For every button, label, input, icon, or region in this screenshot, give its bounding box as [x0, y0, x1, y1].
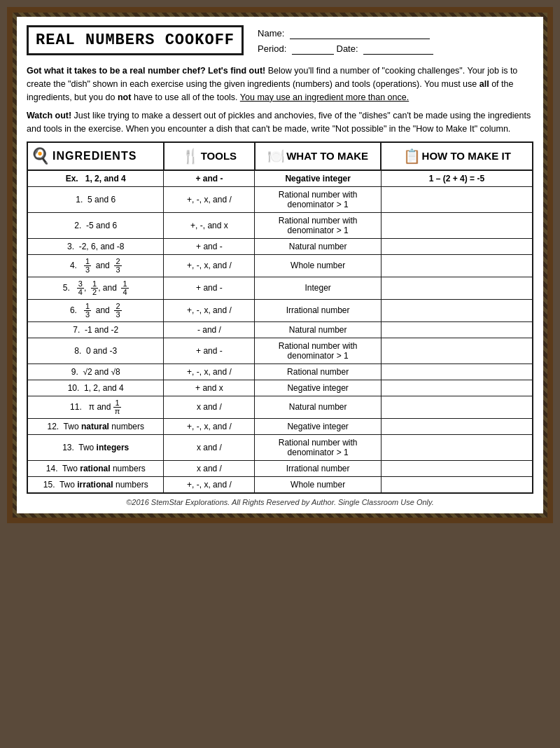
example-ingredients-cell: Ex. 1, 2, and 4 [27, 170, 164, 187]
row13-ingredients: 13. Two integers [27, 434, 164, 460]
watch-bold1: Watch out! [27, 111, 71, 120]
table-row: 14. Two rational numbers x and / Irratio… [27, 460, 533, 476]
row13-what: Rational number with denominator > 1 [255, 434, 382, 460]
footer: ©2016 StemStar Explorations. All Rights … [27, 498, 533, 506]
row6-ingredients: 6. 13 and 23 [27, 299, 164, 321]
row1-ingredients: 1. 5 and 6 [27, 186, 164, 212]
table-row: 6. 13 and 23 +, -, x, and / Irrational n… [27, 299, 533, 321]
example-tools: + and - [195, 174, 223, 183]
ingredients-icon: 🍳 [31, 147, 50, 165]
row1-how [381, 186, 533, 212]
name-line [290, 28, 430, 39]
row10-tools: + and x [164, 380, 255, 396]
name-field-row: Name: [258, 28, 433, 39]
tools-icon: 🍴 [182, 148, 200, 165]
row8-how [381, 338, 533, 363]
page-header: REAL NUMBERS COOKOFF Name: Period: Date: [27, 25, 533, 59]
row10-how [381, 380, 533, 396]
example-num: Ex. [66, 174, 78, 183]
intro-paragraph: Got what it takes to be a real number ch… [27, 64, 533, 104]
row2-ingredients: 2. -5 and 6 [27, 212, 164, 238]
row7-how [381, 321, 533, 338]
header-ingredients: 🍳 INGREDIENTS [27, 142, 164, 170]
fraction-1-4: 14 [121, 280, 128, 296]
what-header-label: WHAT TO MAKE [286, 150, 368, 162]
fraction-1-3b: 13 [84, 303, 91, 319]
row14-what: Irrational number [255, 460, 382, 476]
example-ingredients: 1, 2, and 4 [85, 174, 126, 183]
fraction-2-3b: 23 [114, 303, 121, 319]
intro-underline1: You may use an ingredient more than once… [240, 92, 409, 102]
row5-what: Integer [255, 277, 382, 299]
row3-how [381, 238, 533, 254]
row4-how [381, 254, 533, 277]
table-header-row: 🍳 INGREDIENTS 🍴 TOOLS 🍽️ WHAT T [27, 142, 533, 170]
table-row: 1. 5 and 6 +, -, x, and / Rational numbe… [27, 186, 533, 212]
row3-ingredients: 3. -2, 6, and -8 [27, 238, 164, 254]
table-row: 2. -5 and 6 +, -, and x Rational number … [27, 212, 533, 238]
example-what-cell: Negative integer [255, 170, 382, 187]
row1-what: Rational number with denominator > 1 [255, 186, 382, 212]
example-what: Negative integer [285, 174, 350, 183]
row14-tools: x and / [164, 460, 255, 476]
intro-bold2: all [479, 79, 489, 89]
row15-what: Whole number [255, 476, 382, 493]
fraction-3-4: 34 [77, 280, 84, 296]
table-row: 12. Two natural numbers +, -, x, and / N… [27, 418, 533, 434]
row1-tools: +, -, x, and / [164, 186, 255, 212]
row8-ingredients: 8. 0 and -3 [27, 338, 164, 363]
row5-tools: + and - [164, 277, 255, 299]
row15-how [381, 476, 533, 493]
row15-ingredients: 15. Two irrational numbers [27, 476, 164, 493]
row14-how [381, 460, 533, 476]
row5-how [381, 277, 533, 299]
table-row: 3. -2, 6, and -8 + and - Natural number [27, 238, 533, 254]
row8-tools: + and - [164, 338, 255, 363]
table-row: 10. 1, 2, and 4 + and x Negative integer [27, 380, 533, 396]
row14-ingredients: 14. Two rational numbers [27, 460, 164, 476]
row9-ingredients: 9. √2 and √8 [27, 363, 164, 380]
table-row: 15. Two irrational numbers +, -, x, and … [27, 476, 533, 493]
fraction-1-2: 12 [91, 280, 98, 296]
table-row: 7. -1 and -2 - and / Natural number [27, 321, 533, 338]
what-icon: 🍽️ [267, 148, 285, 165]
row3-what: Natural number [255, 238, 382, 254]
row6-how [381, 299, 533, 321]
watch-paragraph: Watch out! Just like trying to make a de… [27, 109, 533, 136]
row12-how [381, 418, 533, 434]
table-row: 4. 13 and 23 +, -, x, and / Whole number [27, 254, 533, 277]
row9-what: Rational number [255, 363, 382, 380]
row12-ingredients: 12. Two natural numbers [27, 418, 164, 434]
table-row: 9. √2 and √8 +, -, x, and / Rational num… [27, 363, 533, 380]
ingredients-header-label: INGREDIENTS [52, 150, 136, 162]
row13-tools: x and / [164, 434, 255, 460]
row11-what: Natural number [255, 396, 382, 418]
tools-header-label: TOOLS [201, 150, 237, 162]
row6-tools: +, -, x, and / [164, 299, 255, 321]
intro-bold3: not [118, 92, 131, 102]
main-table: 🍳 INGREDIENTS 🍴 TOOLS 🍽️ WHAT T [27, 141, 533, 494]
example-how: 1 – (2 + 4) = -5 [429, 174, 484, 183]
row7-tools: - and / [164, 321, 255, 338]
date-label: Date: [337, 43, 358, 54]
period-date-row: Period: Date: [258, 43, 433, 55]
intro-bold1: Got what it takes to be a real number ch… [27, 66, 265, 76]
row10-ingredients: 10. 1, 2, and 4 [27, 380, 164, 396]
row5-ingredients: 5. 34, 12, and 14 [27, 277, 164, 299]
table-row: 11. π and 1π x and / Natural number [27, 396, 533, 418]
table-row: 8. 0 and -3 + and - Rational number with… [27, 338, 533, 363]
row2-what: Rational number with denominator > 1 [255, 212, 382, 238]
footer-text: ©2016 StemStar Explorations. All Rights … [126, 498, 434, 506]
watch-normal1: Just like trying to make a dessert out o… [27, 111, 531, 134]
header-what: 🍽️ WHAT TO MAKE [255, 142, 382, 170]
table-row: 5. 34, 12, and 14 + and - Integer [27, 277, 533, 299]
fraction-2-3: 23 [114, 258, 121, 274]
period-line [292, 43, 334, 55]
table-row: 13. Two integers x and / Rational number… [27, 434, 533, 460]
name-period-fields: Name: Period: Date: [258, 25, 433, 59]
row10-what: Negative integer [255, 380, 382, 396]
example-tools-cell: + and - [164, 170, 255, 187]
header-tools: 🍴 TOOLS [164, 142, 255, 170]
row6-what: Irrational number [255, 299, 382, 321]
fraction-1-pi: 1π [113, 399, 122, 415]
